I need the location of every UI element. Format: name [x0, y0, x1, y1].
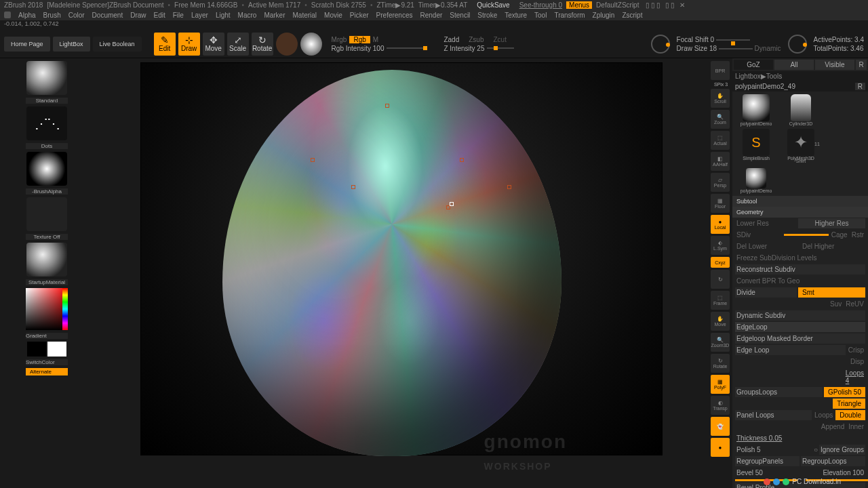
- gizmo-marker[interactable]: [460, 158, 464, 162]
- menu-zplugin[interactable]: Zplugin: [593, 12, 615, 19]
- menu-file[interactable]: File: [173, 12, 184, 19]
- gizmo-marker[interactable]: [311, 158, 315, 162]
- edgeloop-header[interactable]: EdgeLoop: [735, 322, 865, 332]
- bevel-slider[interactable]: Bevel 50: [735, 468, 800, 478]
- menu-alpha[interactable]: Alpha: [18, 12, 36, 19]
- sdiv-label[interactable]: SDiv: [735, 230, 783, 240]
- lsym-button[interactable]: ⬖L.Sym: [711, 236, 730, 255]
- gizmo-marker[interactable]: [507, 185, 511, 189]
- aahalf-button[interactable]: ◧AAHalf: [711, 152, 730, 171]
- menu-transform[interactable]: Transform: [554, 12, 585, 19]
- tool-r-button[interactable]: R: [855, 83, 865, 90]
- menu-stencil[interactable]: Stencil: [450, 12, 470, 19]
- stroke-thumbnail[interactable]: ⋰⋱: [26, 106, 67, 140]
- menu-render[interactable]: Render: [420, 12, 443, 19]
- freeze-subdiv-button[interactable]: Freeze SubDivision Levels: [735, 253, 865, 263]
- scroll-button[interactable]: ✋Scroll: [711, 89, 730, 108]
- tool-thumb-polypaint2[interactable]: [746, 168, 766, 188]
- brush-ring-icon[interactable]: [788, 35, 807, 54]
- zadd-button[interactable]: Zadd: [443, 36, 459, 43]
- gradient-label[interactable]: Gradient: [26, 333, 68, 339]
- xyz-button[interactable]: Cxyz: [711, 257, 730, 268]
- rgb-button[interactable]: Rgb: [349, 36, 370, 43]
- active-tool-name[interactable]: polypaintDemo2_49: [735, 83, 852, 90]
- switch-color-button[interactable]: SwitchColor: [26, 359, 68, 365]
- transp-button[interactable]: ◐Transp: [711, 396, 730, 415]
- double-button[interactable]: Double: [835, 410, 865, 420]
- del-lower-button[interactable]: Del Lower: [735, 241, 800, 251]
- menu-marker[interactable]: Marker: [264, 12, 285, 19]
- gizmo-button[interactable]: [276, 33, 298, 56]
- live-boolean-button[interactable]: Live Boolean: [93, 37, 142, 52]
- polyf-button[interactable]: ▦PolyF: [711, 375, 730, 394]
- thickness-slider[interactable]: Thickness 0.05: [735, 433, 865, 443]
- tool-thumb-cylinder[interactable]: [791, 94, 811, 121]
- loops4-slider[interactable]: Loops 4: [844, 368, 865, 386]
- seethrough-slider[interactable]: See-through 0: [519, 1, 562, 9]
- secondary-color-swatch[interactable]: [27, 342, 46, 357]
- triangle-button[interactable]: Triangle: [833, 399, 865, 409]
- alpha-thumbnail[interactable]: [26, 152, 67, 186]
- reconstruct-button[interactable]: Reconstruct Subdiv: [735, 264, 865, 274]
- default-zscript[interactable]: DefaultZScript: [596, 1, 639, 9]
- suv-button[interactable]: Suv: [829, 299, 843, 309]
- regroup-panels-button[interactable]: RegroupPanels: [735, 456, 800, 466]
- gizmo-marker[interactable]: [385, 104, 389, 108]
- menu-tool[interactable]: Tool: [534, 12, 547, 19]
- lightbox-path[interactable]: Lightbox▶Tools: [732, 71, 868, 81]
- rotate-mode-button[interactable]: ↻Rotate: [252, 33, 273, 56]
- zoom-button[interactable]: 🔍Zoom: [711, 110, 730, 129]
- subtool-header[interactable]: Subtool: [732, 196, 868, 207]
- zoom3d-button[interactable]: 🔍Zoom3D: [711, 333, 730, 352]
- local-button[interactable]: ●Local: [711, 215, 730, 234]
- primary-color-swatch[interactable]: [47, 342, 66, 357]
- alternate-button[interactable]: Alternate: [26, 368, 68, 375]
- lower-res-button[interactable]: Lower Res: [735, 218, 797, 228]
- z-intensity-slider[interactable]: [487, 47, 514, 49]
- bpr-button[interactable]: BPR: [711, 61, 730, 80]
- mrgb-button[interactable]: Mrgb: [332, 36, 347, 43]
- focal-ring-icon[interactable]: [651, 35, 670, 54]
- solo-button[interactable]: ●: [711, 438, 730, 457]
- menu-picker[interactable]: Picker: [350, 12, 369, 19]
- edge-loop-button[interactable]: Edge Loop: [735, 345, 846, 355]
- menu-movie[interactable]: Movie: [324, 12, 342, 19]
- focal-shift[interactable]: Focal Shift 0: [677, 36, 715, 43]
- viewport[interactable]: gnomonWORKSHOP: [94, 58, 709, 488]
- elevation-slider[interactable]: Elevation 100: [801, 468, 865, 478]
- brush-thumbnail[interactable]: [26, 61, 67, 95]
- menu-stroke[interactable]: Stroke: [477, 12, 497, 19]
- edgeloop-masked-button[interactable]: Edgeloop Masked Border: [735, 333, 865, 344]
- zcut-button[interactable]: Zcut: [493, 36, 506, 43]
- panel-loops-button[interactable]: Panel Loops: [735, 410, 812, 420]
- divide-button[interactable]: Divide: [735, 287, 797, 298]
- scale-mode-button[interactable]: ⤢Scale: [227, 33, 249, 56]
- dynamic-subdiv-button[interactable]: Dynamic Subdiv: [735, 310, 865, 321]
- menu-layer[interactable]: Layer: [191, 12, 208, 19]
- color-picker[interactable]: [26, 288, 68, 330]
- menu-texture[interactable]: Texture: [505, 12, 527, 19]
- higher-res-button[interactable]: Higher Res: [798, 218, 865, 228]
- menu-material[interactable]: Material: [293, 12, 317, 19]
- dynamic-toggle[interactable]: Dynamic: [755, 45, 781, 52]
- geometry-header[interactable]: Geometry: [732, 207, 868, 218]
- ghost-button[interactable]: 👻: [711, 417, 730, 436]
- spix-label[interactable]: SPix 3: [711, 82, 731, 87]
- titlebar-icons[interactable]: ▯▯▯ ▯▯ ✕: [646, 1, 686, 9]
- zsub-button[interactable]: Zsub: [469, 36, 484, 43]
- goz-button[interactable]: GoZ: [734, 60, 773, 70]
- move-mode-button[interactable]: ✥Move: [203, 33, 224, 56]
- gizmo-marker[interactable]: [351, 185, 355, 189]
- tool-thumb-polypaint[interactable]: [743, 94, 770, 121]
- draw-mode-button[interactable]: ⊹Draw: [178, 33, 200, 56]
- mesh-object[interactable]: [222, 70, 561, 456]
- sdiv-slider[interactable]: [784, 234, 829, 236]
- persp-button[interactable]: ▱Persp: [711, 173, 730, 192]
- frame-button[interactable]: ⬚Frame: [711, 291, 730, 310]
- ignore-groups-button[interactable]: Ignore Groups: [819, 445, 865, 455]
- menu-edit[interactable]: Edit: [154, 12, 165, 19]
- regroup-loops-button[interactable]: RegroupLoops: [801, 456, 865, 466]
- home-page-button[interactable]: Home Page: [4, 37, 50, 52]
- tool-thumb-polymesh[interactable]: ✦: [787, 129, 814, 156]
- z-intensity-label[interactable]: Z Intensity 25: [443, 45, 484, 52]
